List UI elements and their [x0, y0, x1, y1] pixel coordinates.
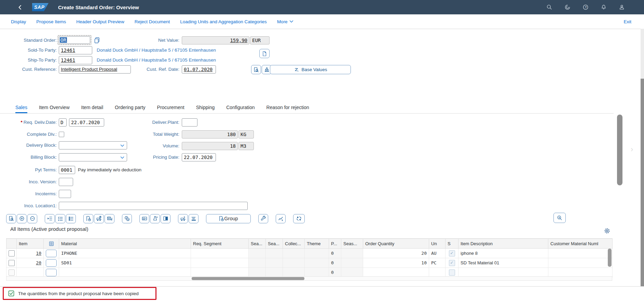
req-deliv-date-type-field[interactable]: D [59, 118, 67, 127]
customer-material-cell[interactable] [548, 268, 613, 277]
billing-block-select[interactable] [59, 153, 127, 161]
menu-item-header-output-preview[interactable]: Header Output Preview [76, 19, 124, 24]
item-field-box[interactable] [46, 250, 57, 257]
column-header-un[interactable]: Un [429, 239, 446, 249]
column-header-item-description[interactable]: Item Description [458, 239, 548, 249]
column-header-s[interactable]: S [446, 239, 458, 249]
availability-check-button[interactable] [94, 214, 104, 223]
details-button[interactable] [6, 214, 16, 223]
menu-item-more[interactable]: More [277, 19, 293, 24]
s-checkbox[interactable]: ✓ [449, 260, 455, 266]
document-button[interactable] [259, 49, 270, 58]
pricing-date-field[interactable]: 22.07.2020 [182, 153, 216, 161]
menu-item-loading-units[interactable]: Loading Units and Aggregation Categories [180, 19, 267, 24]
add-row-button[interactable] [17, 214, 27, 223]
sales-summary-button[interactable]: $ [276, 214, 286, 223]
item-field-box[interactable] [46, 259, 57, 267]
tab-item-overview[interactable]: Item Overview [39, 102, 69, 113]
tab-procurement[interactable]: Procurement [157, 102, 184, 113]
notifications-button[interactable] [600, 4, 607, 11]
panel-expand-chevron-icon[interactable]: › [631, 145, 633, 154]
unit-cell[interactable] [429, 268, 446, 277]
req-deliv-date-field[interactable]: 22.07.2020 [69, 118, 104, 127]
column-header-theme[interactable]: Theme [305, 239, 329, 249]
customer-material-cell[interactable] [548, 258, 613, 268]
column-header-p[interactable]: P... [329, 239, 341, 249]
column-header-order-quantity[interactable]: Order Quantity [363, 239, 429, 249]
profile-button[interactable] [618, 4, 625, 11]
menu-item-display[interactable]: Display [11, 19, 26, 24]
ship-to-field[interactable]: 12461 [59, 56, 92, 64]
table-horizontal-scrollbar[interactable] [6, 276, 612, 281]
customer-material-cell[interactable] [548, 249, 613, 258]
schedule-lines-button[interactable] [105, 214, 114, 223]
tab-configuration[interactable]: Configuration [226, 102, 255, 113]
tab-ordering-party[interactable]: Ordering party [115, 102, 145, 113]
pricing-conditions-button[interactable]: 1$ [122, 214, 132, 223]
table-vertical-scrollbar[interactable] [608, 249, 612, 267]
standard-order-field[interactable]: OR [58, 35, 91, 45]
item-proposal-refresh-button[interactable] [293, 214, 305, 223]
material-cell[interactable] [59, 268, 191, 277]
column-header-req-segment[interactable]: Req. Segment [191, 239, 249, 249]
item-description-cell[interactable]: SD Test Material 01 [458, 258, 548, 268]
tab-shipping[interactable]: Shipping [196, 102, 215, 113]
copy-button[interactable] [94, 37, 100, 44]
services-button[interactable] [258, 214, 268, 223]
column-header-seas[interactable]: Seas... [341, 239, 363, 249]
material-cell[interactable]: IPHONE [59, 249, 191, 258]
variant-config-button[interactable]: A [150, 214, 160, 223]
inco-version-field[interactable] [59, 178, 73, 186]
item-number-link[interactable]: 20 [17, 258, 44, 268]
propose-items-button[interactable] [83, 214, 93, 223]
column-header-material[interactable]: Material [59, 239, 191, 249]
inco-location1-field[interactable] [59, 202, 248, 210]
s-checkbox[interactable]: ✓ [449, 269, 455, 276]
select-items-button[interactable] [55, 214, 65, 223]
insert-row-button[interactable] [45, 214, 55, 223]
document-flow-button[interactable] [161, 214, 170, 223]
page-scrollbar[interactable] [641, 29, 644, 303]
unit-cell[interactable]: AU [429, 249, 446, 258]
row-checkbox[interactable] [9, 260, 15, 266]
message-bar[interactable]: The quantities from the product proposal… [3, 287, 156, 300]
item-number-link[interactable]: 10 [17, 249, 44, 258]
item-list-button[interactable] [66, 214, 76, 223]
column-header-sea2[interactable]: Sea... [266, 239, 283, 249]
deliver-plant-field[interactable] [182, 118, 197, 127]
sort-stack-button[interactable] [189, 214, 198, 223]
freight-costs-button[interactable]: $ [178, 214, 188, 223]
complete-dlv-checkbox[interactable] [59, 132, 64, 137]
tab-item-detail[interactable]: Item detail [81, 102, 104, 113]
s-checkbox[interactable]: ✓ [449, 250, 455, 256]
tab-sales[interactable]: Sales [15, 102, 27, 113]
pyt-terms-field[interactable]: 0001 [59, 166, 75, 174]
item-description-cell[interactable] [458, 268, 548, 277]
unit-cell[interactable]: PC [429, 258, 446, 268]
row-checkbox[interactable] [9, 269, 15, 276]
column-header-item[interactable]: Item [17, 239, 44, 249]
cust-ref-date-field[interactable]: 01.07.2020 [182, 65, 216, 74]
order-quantity-cell[interactable]: 20 [363, 249, 429, 258]
group-button[interactable]: Group [206, 214, 251, 223]
document-search-button[interactable] [251, 65, 261, 74]
search-button[interactable] [546, 4, 553, 11]
item-description-cell[interactable]: iphone 8 [458, 249, 548, 258]
output-card-button[interactable] [139, 214, 149, 223]
search-item-button[interactable]: $ [553, 213, 566, 223]
req-segment-cell[interactable] [191, 268, 249, 277]
material-cell[interactable]: SD01 [59, 258, 191, 268]
column-header-sea1[interactable]: Sea... [249, 239, 266, 249]
base-values-button[interactable]: Base Values [270, 65, 351, 74]
page-scrollbar-thumb[interactable] [641, 79, 644, 291]
sold-to-field[interactable]: 12461 [59, 46, 92, 54]
order-quantity-cell[interactable]: 10 [363, 258, 429, 268]
menu-item-reject-document[interactable]: Reject Document [135, 19, 170, 24]
menu-item-propose-items[interactable]: Propose Items [36, 19, 66, 24]
row-checkbox[interactable] [9, 250, 15, 256]
content-vertical-scrollbar[interactable] [617, 115, 622, 185]
column-header-collec[interactable]: Collec... [283, 239, 305, 249]
help-button[interactable]: ? [582, 4, 589, 11]
item-number-link[interactable] [17, 268, 44, 277]
column-header-hierarchy[interactable] [44, 239, 59, 249]
